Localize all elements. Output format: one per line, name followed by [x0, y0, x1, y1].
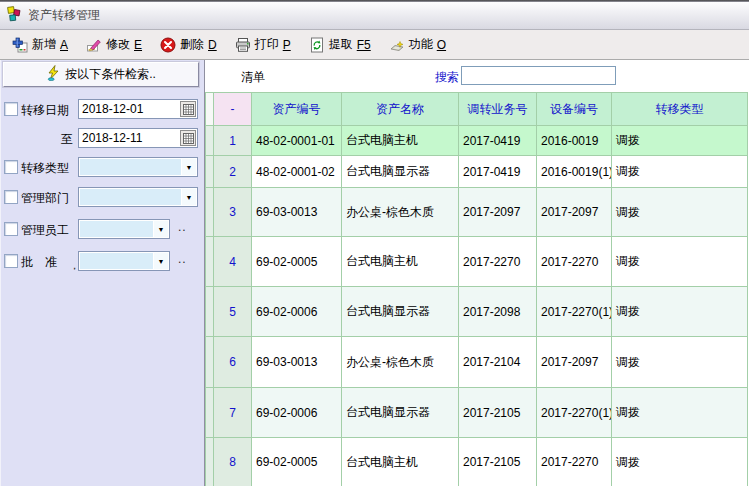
cell-num[interactable]: 5 [214, 287, 252, 337]
cell-num[interactable]: 7 [214, 388, 252, 438]
cell-type[interactable]: 调拨 [612, 337, 748, 388]
cell-biz_no[interactable]: 2017-2097 [459, 188, 537, 237]
cell-device_no[interactable]: 2017-2270(1) [537, 388, 612, 438]
cell-asset_id[interactable]: 48-02-0001-02 [252, 156, 342, 188]
table-row[interactable]: 569-02-0006台式电脑显示器2017-20982017-2270(1)调… [206, 287, 748, 337]
table-row[interactable]: 869-02-0005台式电脑主机2017-21052017-2270调拨 [206, 438, 748, 486]
cell-device_no[interactable]: 2016-0019(1) [537, 156, 612, 188]
table-row[interactable]: 369-03-0013办公桌-棕色木质2017-20972017-2097调拨 [206, 188, 748, 237]
cell-type[interactable]: 调拨 [612, 237, 748, 287]
filter-row-date-from: 转移日期 [0, 99, 204, 119]
date-from-checkbox[interactable] [4, 102, 18, 116]
cell-type[interactable]: 调拨 [612, 287, 748, 337]
cell-biz_no[interactable]: 2017-0419 [459, 156, 537, 188]
chevron-down-icon[interactable]: ▼ [154, 221, 168, 237]
cell-device_no[interactable]: 2017-2097 [537, 188, 612, 237]
cell-asset_id[interactable]: 69-02-0005 [252, 438, 342, 486]
cell-device_no[interactable]: 2017-2270 [537, 438, 612, 486]
edit-button-label: 修改 [106, 36, 130, 53]
cell-num[interactable]: 2 [214, 156, 252, 188]
date-to-wrap [78, 128, 198, 148]
print-button[interactable]: 打印P [228, 34, 298, 55]
transfer-type-checkbox[interactable] [4, 160, 18, 174]
cell-asset_id[interactable]: 69-03-0013 [252, 337, 342, 388]
chevron-down-icon[interactable]: ▼ [182, 159, 196, 175]
table-row[interactable]: 469-02-0005台式电脑主机2017-22702017-2270调拨 [206, 237, 748, 287]
search-by-criteria-button[interactable]: 按以下条件检索.. [3, 62, 199, 87]
date-to-calendar-button[interactable] [180, 130, 196, 146]
employee-browse-button[interactable]: .. [178, 220, 187, 234]
filter-row-department: 管理部门 ▼ [0, 187, 204, 207]
transfer-type-value [80, 159, 181, 175]
cell-num[interactable]: 1 [214, 126, 252, 156]
add-button[interactable]: 新增A [5, 34, 75, 55]
cell-biz_no[interactable]: 2017-0419 [459, 126, 537, 156]
cell-device_no[interactable]: 2017-2270(1) [537, 287, 612, 337]
col-header-asset-id[interactable]: 资产编号 [252, 93, 342, 126]
cell-device_no[interactable]: 2017-2097 [537, 337, 612, 388]
hotkey: D [208, 38, 217, 52]
col-header-dash[interactable]: - [214, 93, 252, 126]
cell-biz_no[interactable]: 2017-2105 [459, 388, 537, 438]
cell-type[interactable]: 调拨 [612, 156, 748, 188]
cell-asset_id[interactable]: 69-02-0006 [252, 388, 342, 438]
cell-type[interactable]: 调拨 [612, 188, 748, 237]
cell-type[interactable]: 调拨 [612, 388, 748, 438]
cell-num[interactable]: 4 [214, 237, 252, 287]
cell-asset_name[interactable]: 台式电脑显示器 [342, 287, 459, 337]
chevron-down-icon[interactable]: ▼ [154, 253, 168, 269]
table-header-row: - 资产编号 资产名称 调转业务号 设备编号 转移类型 [206, 93, 748, 126]
approval-browse-button[interactable]: .. [178, 252, 187, 266]
department-dropdown[interactable]: ▼ [78, 187, 198, 207]
delete-button[interactable]: 删除D [153, 34, 224, 55]
delete-button-label: 删除 [180, 36, 204, 53]
cell-num[interactable]: 6 [214, 337, 252, 388]
table-row[interactable]: 669-03-0013办公桌-棕色木质2017-21042017-2097调拨 [206, 337, 748, 388]
table-row[interactable]: 769-02-0006台式电脑显示器2017-21052017-2270(1)调… [206, 388, 748, 438]
cell-type[interactable]: 调拨 [612, 126, 748, 156]
record-selector-cell [206, 156, 214, 188]
cell-asset_name[interactable]: 台式电脑显示器 [342, 156, 459, 188]
cell-biz_no[interactable]: 2017-2104 [459, 337, 537, 388]
cell-biz_no[interactable]: 2017-2270 [459, 237, 537, 287]
col-header-asset-name[interactable]: 资产名称 [342, 93, 459, 126]
table-row[interactable]: 148-02-0001-01台式电脑主机2017-04192016-0019调拨 [206, 126, 748, 156]
cell-biz_no[interactable]: 2017-2098 [459, 287, 537, 337]
function-button[interactable]: 功能O [382, 34, 453, 55]
date-to-label: 至 [0, 131, 73, 148]
table-row[interactable]: 248-02-0001-02台式电脑显示器2017-04192016-0019(… [206, 156, 748, 188]
col-header-biz-no[interactable]: 调转业务号 [459, 93, 537, 126]
edit-button[interactable]: 修改E [79, 34, 149, 55]
cell-device_no[interactable]: 2016-0019 [537, 126, 612, 156]
col-header-device-no[interactable]: 设备编号 [537, 93, 612, 126]
cell-num[interactable]: 8 [214, 438, 252, 486]
employee-checkbox[interactable] [4, 222, 18, 236]
col-header-transfer-type[interactable]: 转移类型 [612, 93, 748, 126]
cell-asset_name[interactable]: 台式电脑主机 [342, 126, 459, 156]
date-from-calendar-button[interactable] [180, 101, 196, 117]
cell-biz_no[interactable]: 2017-2105 [459, 438, 537, 486]
department-label: 管理部门 [21, 190, 69, 207]
search-input[interactable] [461, 66, 616, 85]
cell-asset_name[interactable]: 台式电脑显示器 [342, 388, 459, 438]
cell-asset_id[interactable]: 69-02-0005 [252, 237, 342, 287]
cell-asset_id[interactable]: 48-02-0001-01 [252, 126, 342, 156]
cell-asset_id[interactable]: 69-03-0013 [252, 188, 342, 237]
filter-row-date-to: 至 [0, 128, 204, 148]
cell-num[interactable]: 3 [214, 188, 252, 237]
approval-dropdown[interactable]: ▼ [78, 251, 170, 271]
cell-asset_name[interactable]: 办公桌-棕色木质 [342, 188, 459, 237]
cell-asset_id[interactable]: 69-02-0006 [252, 287, 342, 337]
chevron-down-icon[interactable]: ▼ [182, 189, 196, 205]
employee-dropdown[interactable]: ▼ [78, 219, 170, 239]
cell-asset_name[interactable]: 办公桌-棕色木质 [342, 337, 459, 388]
cell-device_no[interactable]: 2017-2270 [537, 237, 612, 287]
cell-type[interactable]: 调拨 [612, 438, 748, 486]
transfer-type-dropdown[interactable]: ▼ [78, 157, 198, 177]
approval-checkbox[interactable] [4, 254, 18, 268]
department-checkbox[interactable] [4, 190, 18, 204]
extract-button[interactable]: 提取F5 [302, 34, 378, 55]
cell-asset_name[interactable]: 台式电脑主机 [342, 438, 459, 486]
cell-asset_name[interactable]: 台式电脑主机 [342, 237, 459, 287]
record-selector-cell [206, 126, 214, 156]
